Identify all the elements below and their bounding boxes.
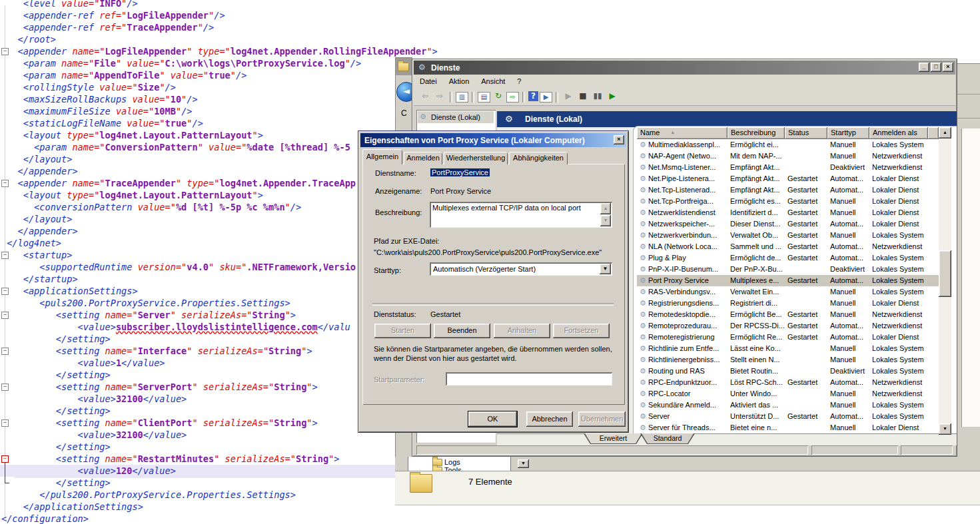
restart-service-icon[interactable]: ▶ xyxy=(606,91,619,103)
code-line[interactable]: <maximumFileSize value="10MB"/> xyxy=(0,105,396,117)
table-row[interactable]: ⚙RPC-Endpunktzuor...Löst RPC-Sch...Gesta… xyxy=(637,377,939,388)
table-row[interactable]: ⚙Netzwerkspeicher-...Dieser Dienst...Ges… xyxy=(637,218,939,230)
code-line[interactable]: </configuration> xyxy=(0,513,396,524)
fold-marker-icon[interactable]: − xyxy=(1,288,9,295)
code-line[interactable]: <puls200.PortProxyService.Properties.Set… xyxy=(0,297,396,309)
code-line[interactable]: <value>32100</value> xyxy=(0,393,396,405)
services-titlebar[interactable]: ⚙ Dienste _□× xyxy=(414,61,955,75)
code-line[interactable]: </puls200.PortProxyService.Properties.Se… xyxy=(0,489,396,501)
code-line[interactable]: <setting name="RestartMinutes" serialize… xyxy=(0,453,396,465)
table-row[interactable]: ⚙Plug & PlayErmöglicht de...GestartetAut… xyxy=(637,252,939,264)
minimize-button[interactable]: _ xyxy=(919,63,929,72)
dialog-tab-abhängigkeiten[interactable]: Abhängigkeiten xyxy=(509,152,568,164)
table-row[interactable]: ⚙Registrierungsdiens...Registriert di...… xyxy=(637,298,939,309)
code-line[interactable]: <appender-ref ref="TraceAppender"/> xyxy=(0,21,396,33)
export-list-icon[interactable]: ⇨ xyxy=(506,92,519,103)
beschreibung-textbox[interactable]: Multiplexes external TCP/IP data on loca… xyxy=(430,202,612,228)
code-line[interactable]: <rollingStyle value="Size"/> xyxy=(0,81,396,93)
code-line[interactable]: <layout type="log4net.Layout.PatternLayo… xyxy=(0,129,396,141)
textbox-scroll-down-icon[interactable]: ▼ xyxy=(600,215,611,226)
table-row[interactable]: ⚙Sekundäre Anmeld...Aktiviert das ...Man… xyxy=(637,399,939,411)
fold-marker-icon[interactable]: − xyxy=(1,48,9,55)
code-line[interactable]: <supportedRuntime version="v4.0" sku=".N… xyxy=(0,261,396,273)
starttyp-combobox[interactable]: Automatisch (Verzögerter Start) ▼ xyxy=(430,262,612,276)
code-line[interactable]: <setting name="ClientPort" serializeAs="… xyxy=(0,417,396,429)
code-line[interactable]: </log4net> xyxy=(0,237,396,249)
code-line[interactable]: </appender> xyxy=(0,225,396,237)
services-table-header[interactable]: Name ▲BeschreibungStatusStarttypAnmelden… xyxy=(637,127,939,139)
table-row[interactable]: ⚙NLA (Network Loca...Sammelt und ...Gest… xyxy=(637,241,939,252)
explorer-dropdown-button[interactable]: ▼ xyxy=(518,459,529,468)
textbox-scroll-up-icon[interactable]: ▲ xyxy=(600,203,611,214)
code-lines[interactable]: <level value="INFO"/> <appender-ref ref=… xyxy=(0,0,396,524)
code-line[interactable]: <appender-ref ref="LogFileAppender"/> xyxy=(0,9,396,21)
menu-ansicht[interactable]: Ansicht xyxy=(475,75,511,87)
code-line[interactable]: <param name="File" value="C:\work\logs\P… xyxy=(0,57,396,69)
fold-marker-icon[interactable]: − xyxy=(1,180,9,187)
code-line[interactable]: <maxSizeRollBackups value="10"/> xyxy=(0,93,396,105)
code-line[interactable]: </applicationSettings> xyxy=(0,501,396,513)
column-header-status[interactable]: Status xyxy=(785,127,827,139)
code-line[interactable]: <staticLogFileName value="true"/> xyxy=(0,117,396,129)
maximize-button[interactable]: □ xyxy=(931,63,941,72)
view-tab-erweitert[interactable]: Erweitert xyxy=(584,433,643,444)
code-line[interactable]: </setting> xyxy=(0,333,396,345)
code-line[interactable]: </setting> xyxy=(0,477,396,489)
table-row[interactable]: ⚙Net.Tcp-Portfreiga...Ermöglicht es...Ge… xyxy=(637,196,939,207)
code-line[interactable]: </setting> xyxy=(0,369,396,381)
column-header-anmelden-als[interactable]: Anmelden als xyxy=(869,127,928,139)
back-icon[interactable]: ⇦ xyxy=(418,91,432,103)
code-line[interactable]: <appender name="TraceAppender" type="log… xyxy=(0,177,396,189)
code-line[interactable]: </layout> xyxy=(0,213,396,225)
ok-button[interactable]: OK xyxy=(468,411,517,427)
code-line[interactable]: </root> xyxy=(0,33,396,45)
table-row[interactable]: ⚙Net.Pipe-Listenera...Empfängt Akt...Ges… xyxy=(637,173,939,184)
error-fold-marker-icon[interactable]: − xyxy=(1,455,9,463)
stop-service-icon[interactable]: ■ xyxy=(576,91,590,103)
table-row[interactable]: ⚙Routing und RASBietet Routin...Deaktivi… xyxy=(637,366,939,377)
code-line[interactable]: <setting name="Server" serializeAs="Stri… xyxy=(0,309,396,321)
view-tab-standard[interactable]: Standard xyxy=(640,433,695,444)
code-line[interactable]: <startup> xyxy=(0,249,396,261)
fold-marker-icon[interactable]: − xyxy=(1,312,9,319)
code-line[interactable]: <level value="INFO"/> xyxy=(0,0,396,9)
services-toolbar[interactable]: ⇦⇨▥▤↻⇨?▶▶■▮▮▶ xyxy=(414,89,955,106)
abbrechen-button[interactable]: Abbrechen xyxy=(526,411,573,427)
code-line[interactable]: <value>120</value> xyxy=(0,465,396,477)
code-line[interactable]: <conversionPattern value="%d [%t] %-5p %… xyxy=(0,201,396,213)
code-line[interactable]: <param name="ConversionPattern" value="%… xyxy=(0,141,396,153)
menu-aktion[interactable]: Aktion xyxy=(443,75,476,87)
show-console-tree-icon[interactable]: ▥ xyxy=(456,92,468,103)
code-line[interactable]: <value>32100</value> xyxy=(0,429,396,441)
dialog-tab-anmelden[interactable]: Anmelden xyxy=(404,152,442,164)
fold-marker-icon[interactable]: − xyxy=(1,384,9,391)
code-line[interactable]: <layout type="log4net.Layout.PatternLayo… xyxy=(0,189,396,201)
table-row[interactable]: ⚙NetzwerklistendienstIdentifiziert d...G… xyxy=(637,207,939,218)
column-header-name[interactable]: Name ▲ xyxy=(637,127,728,139)
table-row[interactable]: ⚙ServerUnterstützt D...GestartetAutomat.… xyxy=(637,411,939,422)
table-row[interactable]: ⚙Port Proxy ServiceMultiplexes e...Gesta… xyxy=(637,275,939,286)
code-line[interactable]: </setting> xyxy=(0,441,396,453)
properties-icon[interactable]: ▤ xyxy=(478,92,490,103)
column-header-starttyp[interactable]: Starttyp xyxy=(827,127,869,139)
code-line[interactable]: </setting> xyxy=(0,405,396,417)
start-service-icon[interactable]: ▶ xyxy=(562,91,575,103)
services-table-rows[interactable]: ⚙Multimediaklassenpl...Ermöglicht ei...M… xyxy=(637,139,939,433)
help-icon[interactable]: ? xyxy=(528,91,538,101)
services-scrollbar[interactable]: ▲ ▼ xyxy=(939,127,951,435)
table-row[interactable]: ⚙RPC-LocatorUnter Windo...ManuellNetzwer… xyxy=(637,388,939,399)
code-line[interactable]: <value>subscriber.lloydslistintelligence… xyxy=(0,321,396,333)
explorer-file-list[interactable]: Logs Tools xyxy=(408,457,511,471)
pause-service-icon[interactable]: ▮▮ xyxy=(591,91,604,103)
table-row[interactable]: ⚙PnP-X-IP-Busenum...Der PnP-X-Bu...Deakt… xyxy=(637,264,939,275)
table-row[interactable]: ⚙NAP-Agent (Netwo...Mit dem NAP-...Manue… xyxy=(637,150,939,162)
code-line[interactable]: </startup> xyxy=(0,273,396,285)
close-button[interactable]: × xyxy=(943,63,953,72)
dienstname-value[interactable]: PortProxyService xyxy=(430,168,490,176)
forward-icon[interactable]: ⇨ xyxy=(433,91,446,103)
table-row[interactable]: ⚙Richtlinie zum Entfe...Lässt eine Ko...… xyxy=(637,343,939,354)
code-line[interactable]: <applicationSettings> xyxy=(0,285,396,297)
code-line[interactable]: <setting name="ServerPort" serializeAs="… xyxy=(0,381,396,393)
code-fold-margin[interactable]: −−−−−−−−− xyxy=(0,0,13,524)
menu-datei[interactable]: Datei xyxy=(414,75,443,87)
